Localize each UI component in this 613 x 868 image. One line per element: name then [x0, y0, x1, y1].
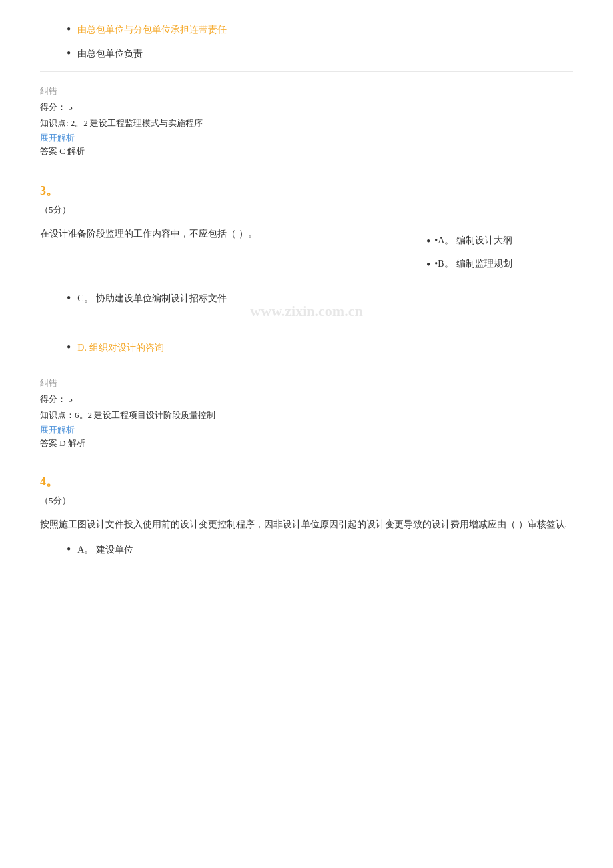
- question-3-text: 在设计准备阶段监理的工作内容中，不应包括（ ）。: [40, 225, 413, 242]
- question-4-number: 4。: [40, 473, 573, 489]
- question-4-text: 按照施工图设计文件投入使用前的设计变更控制程序，因非设计单位原因引起的设计变更导…: [40, 516, 573, 533]
- option-3c-item: • C。 协助建设单位编制设计招标文件: [40, 291, 573, 306]
- question-4-score: （5分）: [40, 495, 573, 507]
- option-c-label: 由总包单位与分包单位承担连带责任: [77, 23, 227, 37]
- prev-question-options: • 由总包单位与分包单位承担连带责任 • 由总包单位负责: [40, 23, 573, 62]
- bullet-3c: •: [67, 291, 71, 306]
- prev-question-result: 纠错 得分： 5 知识点: 2。2 建设工程监理模式与实施程序 展开解析 答案 …: [40, 71, 573, 171]
- option-c-item: • 由总包单位与分包单位承担连带责任: [40, 23, 573, 37]
- jiu-cuo-1[interactable]: 纠错: [40, 85, 573, 97]
- question-4: 4。 （5分） 按照施工图设计文件投入使用前的设计变更控制程序，因非设计单位原因…: [40, 473, 573, 557]
- option-3a-key: •A。: [434, 235, 454, 247]
- option-4a-key: A。: [77, 543, 93, 557]
- jiu-cuo-3[interactable]: 纠错: [40, 377, 573, 389]
- answer-3: 答案 D 解析: [40, 437, 573, 449]
- knowledge-1: 知识点: 2。2 建设工程监理模式与实施程序: [40, 117, 573, 129]
- option-3c-key: C。: [77, 291, 93, 306]
- option-3b-key: •B。: [434, 258, 453, 270]
- expand-link-3[interactable]: 展开解析: [40, 424, 573, 436]
- option-d-item: • 由总包单位负责: [40, 47, 573, 61]
- bullet-d: •: [67, 47, 71, 61]
- option-4a-item: • A。 建设单位: [40, 543, 573, 557]
- knowledge-3: 知识点：6。2 建设工程项目设计阶段质量控制: [40, 409, 573, 421]
- option-3d-item: • D. 组织对设计的咨询: [40, 341, 573, 355]
- watermark-container: www.zixin.com.cn • C。 协助建设单位编制设计招标文件: [40, 291, 573, 331]
- option-d-label: 由总包单位负责: [77, 47, 143, 61]
- option-3c-label: 协助建设单位编制设计招标文件: [96, 291, 227, 306]
- question-3-body: 在设计准备阶段监理的工作内容中，不应包括（ ）。 • •A。 编制设计大纲 • …: [40, 225, 573, 282]
- bullet-4a: •: [67, 543, 71, 557]
- expand-link-1[interactable]: 展开解析: [40, 132, 573, 144]
- option-3b-label: 编制监理规划: [456, 258, 512, 270]
- option-3d-key: D.: [77, 341, 87, 355]
- bullet-c: •: [67, 23, 71, 37]
- answer-1: 答案 C 解析: [40, 145, 573, 157]
- bullet-3b: •: [426, 258, 430, 273]
- question-3-number: 3。: [40, 183, 573, 199]
- bullet-3d: •: [67, 341, 71, 355]
- score-3: 得分： 5: [40, 393, 573, 405]
- question-3: 3。 （5分） 在设计准备阶段监理的工作内容中，不应包括（ ）。 • •A。 编…: [40, 183, 573, 356]
- option-4a-label: 建设单位: [96, 543, 133, 557]
- option-3b-item: • •B。 编制监理规划: [426, 258, 573, 273]
- option-3d-label: 组织对设计的咨询: [89, 341, 164, 355]
- question-3-options-right-col: • •A。 编制设计大纲 • •B。 编制监理规划: [426, 225, 573, 282]
- bullet-3a: •: [426, 235, 430, 249]
- score-1: 得分： 5: [40, 101, 573, 113]
- q3-result: 纠错 得分： 5 知识点：6。2 建设工程项目设计阶段质量控制 展开解析 答案 …: [40, 365, 573, 461]
- question-3-text-col: 在设计准备阶段监理的工作内容中，不应包括（ ）。: [40, 225, 426, 249]
- option-3a-label: 编制设计大纲: [456, 235, 512, 247]
- question-3-score: （5分）: [40, 204, 573, 216]
- option-3a-item: • •A。 编制设计大纲: [426, 235, 573, 249]
